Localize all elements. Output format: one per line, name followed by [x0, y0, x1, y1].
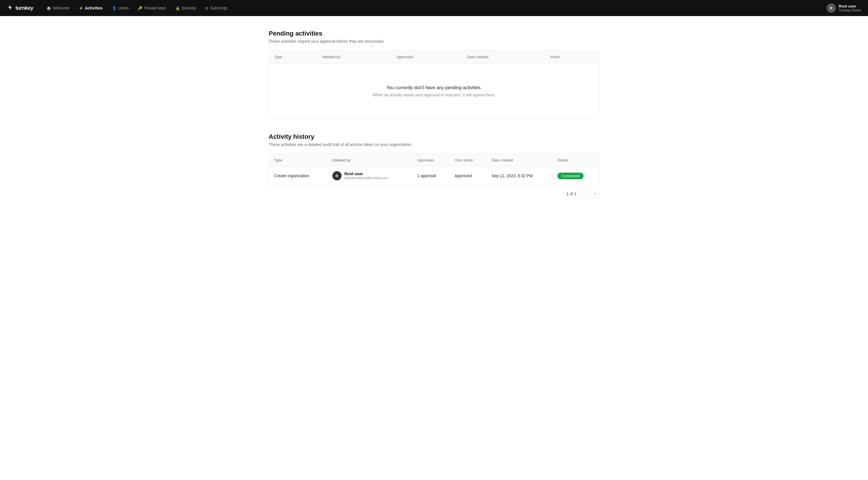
pagination-prev-button[interactable]: ‹: [580, 190, 588, 198]
sub-orgs-icon: ⊞: [205, 6, 208, 10]
pending-empty-row: You currently don't have any pending act…: [269, 63, 599, 119]
pending-empty-cell: You currently don't have any pending act…: [269, 63, 599, 119]
user-info: Root user andrew+demo@turnkey.com: [344, 171, 389, 180]
history-col-status: Status: [552, 154, 599, 167]
row-type: Create organization: [269, 167, 327, 185]
navbar: turnkey 🏠 Welcome ⚡ Activities 👤 Users 🔑…: [0, 0, 868, 16]
row-approvals: 1 approval: [412, 167, 450, 185]
pending-table-body: You currently don't have any pending act…: [269, 63, 599, 119]
pending-activities-subtitle: These activities require your approval b…: [269, 39, 599, 43]
nav-link-users[interactable]: 👤 Users: [108, 4, 133, 12]
row-initiated-by: R Root user andrew+demo@turnkey.com: [327, 167, 412, 185]
pending-col-action: Action: [545, 51, 599, 63]
turnkey-logo-icon: [7, 4, 13, 12]
pending-activities-table: Type Initiated by Approvals Date created…: [269, 51, 599, 119]
pending-empty-primary: You currently don't have any pending act…: [280, 85, 588, 90]
user-email: andrew+demo@turnkey.com: [344, 176, 389, 180]
nav-logo[interactable]: turnkey: [7, 4, 33, 12]
row-date-created: Sep 11, 2023, 6:32 PM: [487, 167, 553, 185]
pagination: 1 of 1 ‹ ›: [269, 185, 599, 202]
nav-link-private-keys[interactable]: 🔑 Private keys: [134, 4, 170, 12]
history-col-type: Type: [269, 154, 327, 167]
users-icon: 👤: [112, 6, 117, 10]
pending-activities-title: Pending activities: [269, 30, 599, 37]
pending-activities-table-container: Type Initiated by Approvals Date created…: [269, 50, 599, 119]
pending-col-type: Type: [269, 51, 317, 63]
nav-user-org: Turnkey Demo: [839, 8, 861, 12]
history-table-container: Type Initiated by Approvals Your action …: [269, 154, 599, 185]
nav-user[interactable]: R Root user Turnkey Demo: [827, 3, 861, 12]
nav-user-name: Root user: [839, 4, 861, 8]
user-cell: R Root user andrew+demo@turnkey.com: [332, 171, 407, 180]
history-table-body: Create organization R Root user andrew+d…: [269, 167, 599, 185]
avatar: R: [827, 3, 836, 12]
user-avatar: R: [332, 171, 342, 180]
history-col-your-action: Your action: [450, 154, 487, 167]
activity-history-section: Activity history These activities are a …: [269, 133, 599, 202]
private-keys-icon: 🔑: [138, 6, 143, 10]
nav-link-sub-orgs[interactable]: ⊞ Sub-Orgs: [201, 4, 231, 12]
pending-empty-secondary: When an activity needs your approval or …: [280, 93, 588, 97]
nav-link-security[interactable]: 🔒 Security: [172, 4, 200, 12]
pending-col-initiated-by: Initiated by: [317, 51, 392, 63]
row-status: Completed: [552, 167, 599, 185]
pagination-text: 1 of 1: [566, 192, 577, 196]
home-icon: 🏠: [46, 6, 51, 10]
table-row: Create organization R Root user andrew+d…: [269, 167, 599, 185]
history-table-header: Type Initiated by Approvals Your action …: [269, 154, 599, 167]
history-col-date-created: Date created: [487, 154, 553, 167]
pagination-next-button[interactable]: ›: [591, 190, 599, 198]
history-table: Type Initiated by Approvals Your action …: [269, 154, 599, 185]
row-your-action: Approved: [450, 167, 487, 185]
main-content: Pending activities These activities requ…: [262, 16, 606, 230]
nav-link-activities[interactable]: ⚡ Activities: [74, 4, 107, 12]
pending-table-header: Type Initiated by Approvals Date created…: [269, 51, 599, 63]
activity-history-subtitle: These activities are a detailed audit tr…: [269, 142, 599, 147]
security-icon: 🔒: [175, 6, 180, 10]
nav-links: 🏠 Welcome ⚡ Activities 👤 Users 🔑 Private…: [42, 4, 825, 12]
nav-user-info: Root user Turnkey Demo: [839, 4, 861, 12]
user-name: Root user: [344, 171, 389, 176]
status-badge: Completed: [557, 173, 584, 179]
history-col-initiated-by: Initiated by: [327, 154, 412, 167]
activities-icon: ⚡: [79, 6, 83, 10]
svg-marker-0: [8, 5, 12, 10]
pending-col-approvals: Approvals: [392, 51, 462, 63]
activity-history-title: Activity history: [269, 133, 599, 140]
nav-logo-text: turnkey: [16, 5, 33, 11]
pending-activities-section: Pending activities These activities requ…: [269, 30, 599, 119]
pending-col-date-created: Date created: [462, 51, 545, 63]
pending-empty-state: You currently don't have any pending act…: [274, 68, 594, 114]
nav-link-welcome[interactable]: 🏠 Welcome: [42, 4, 73, 12]
history-col-approvals: Approvals: [412, 154, 450, 167]
